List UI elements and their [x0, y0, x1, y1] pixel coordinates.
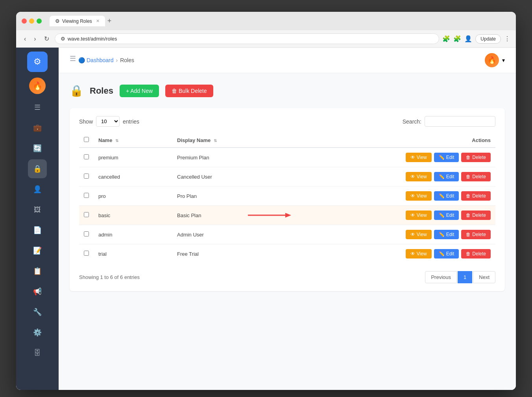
- sidebar-item-wrench[interactable]: 🔧: [28, 303, 47, 321]
- update-button[interactable]: Update: [475, 34, 501, 44]
- edit-icon: ✏️: [439, 155, 445, 160]
- view-button-3[interactable]: 👁 View: [406, 211, 432, 220]
- view-button-5[interactable]: 👁 View: [406, 249, 432, 259]
- browser-titlebar: ⚙ Viewing Roles ✕ +: [16, 12, 516, 30]
- display-sort-icon[interactable]: ⇅: [214, 138, 217, 143]
- view-button-1[interactable]: 👁 View: [406, 172, 432, 181]
- row-actions-4: 👁 View ✏️ Edit 🗑 Delete: [295, 230, 491, 239]
- page-header: 🔒 Roles + Add New 🗑 Bulk Delete: [70, 84, 505, 97]
- row-actions-0: 👁 View ✏️ Edit 🗑 Delete: [295, 153, 491, 162]
- address-bar[interactable]: ⚙ wave.test/admin/roles: [55, 33, 440, 44]
- forward-button[interactable]: ›: [31, 34, 38, 44]
- row-checkbox-4[interactable]: [84, 231, 89, 236]
- edit-button-2[interactable]: ✏️ Edit: [434, 191, 459, 201]
- main-content: ☰ 🔵 Dashboard › Roles 🔥 ▾ 🔒: [59, 48, 516, 390]
- user-profile-icon[interactable]: 👤: [464, 35, 472, 42]
- delete-button-3[interactable]: 🗑 Delete: [461, 211, 491, 220]
- trash-icon: 🗑: [466, 193, 471, 199]
- sidebar-item-refresh[interactable]: 🔄: [28, 139, 47, 158]
- entries-label: entries: [123, 118, 139, 125]
- reload-button[interactable]: ↻: [42, 33, 52, 44]
- previous-button[interactable]: Previous: [425, 271, 457, 283]
- delete-button-1[interactable]: 🗑 Delete: [461, 172, 491, 181]
- sidebar-item-doc2[interactable]: 📝: [28, 241, 47, 260]
- close-traffic-light[interactable]: [22, 18, 27, 24]
- add-new-button[interactable]: + Add New: [120, 85, 159, 97]
- row-display-2: Pro Plan: [172, 186, 290, 206]
- table-card: Show 10 25 50 100 entries Search:: [70, 108, 505, 291]
- active-tab[interactable]: ⚙ Viewing Roles ✕: [50, 16, 105, 26]
- breadcrumb-dashboard[interactable]: 🔵 Dashboard: [78, 57, 114, 63]
- sidebar-item-settings[interactable]: ⚙️: [28, 323, 47, 342]
- sidebar-item-gallery[interactable]: 🖼: [28, 200, 47, 219]
- edit-button-4[interactable]: ✏️ Edit: [434, 230, 459, 239]
- row-checkbox-5[interactable]: [84, 251, 89, 256]
- app-layout: ⚙ 🔥 ☰ 💼 🔄 🔒 👤 🖼 📄 📝 📋 📢 🔧 ⚙️ 🗄 ☰: [16, 48, 516, 390]
- search-input[interactable]: [425, 116, 495, 127]
- sidebar-user-avatar[interactable]: 🔥: [29, 78, 46, 94]
- traffic-lights: [22, 18, 42, 24]
- edit-icon: ✏️: [439, 232, 445, 237]
- table-controls: Show 10 25 50 100 entries Search:: [79, 116, 495, 127]
- minimize-traffic-light[interactable]: [29, 18, 34, 24]
- svg-marker-1: [285, 213, 291, 218]
- row-checkbox-1[interactable]: [84, 174, 89, 179]
- sidebar-item-hamburger[interactable]: ☰: [28, 98, 47, 117]
- next-button[interactable]: Next: [473, 271, 495, 283]
- trash-icon: 🗑: [466, 212, 471, 218]
- sidebar-item-clipboard[interactable]: 📋: [28, 262, 47, 281]
- edit-button-5[interactable]: ✏️ Edit: [434, 249, 459, 259]
- breadcrumb-separator: ›: [116, 57, 118, 63]
- table-row: admin Admin User 👁 View ✏️ Edit 🗑 Delete: [79, 225, 495, 244]
- breadcrumb: ☰ 🔵 Dashboard › Roles: [70, 54, 134, 66]
- row-checkbox-2[interactable]: [84, 193, 89, 198]
- sidebar-item-briefcase[interactable]: 💼: [28, 118, 47, 137]
- sidebar-item-megaphone[interactable]: 📢: [28, 282, 47, 301]
- row-checkbox-3[interactable]: [84, 212, 89, 217]
- sidebar-logo[interactable]: ⚙: [27, 52, 48, 72]
- eye-icon: 👁: [410, 174, 415, 179]
- page-1-button[interactable]: 1: [458, 271, 472, 283]
- display-name-column-header: Display Name ⇅: [172, 133, 290, 148]
- extension-icon-2[interactable]: 🧩: [453, 35, 461, 42]
- tab-close-icon[interactable]: ✕: [96, 18, 100, 24]
- view-button-0[interactable]: 👁 View: [406, 153, 432, 162]
- sidebar-item-doc1[interactable]: 📄: [28, 221, 47, 240]
- row-name-5: trial: [94, 244, 172, 264]
- name-sort-icon[interactable]: ⇅: [115, 138, 118, 143]
- roles-table: Name ⇅ Display Name ⇅ Actions: [79, 133, 495, 263]
- address-bar-icon: ⚙: [61, 36, 65, 42]
- view-button-4[interactable]: 👁 View: [406, 230, 432, 239]
- row-actions-2: 👁 View ✏️ Edit 🗑 Delete: [295, 191, 491, 201]
- delete-button-2[interactable]: 🗑 Delete: [461, 191, 491, 201]
- show-label: Show: [79, 118, 93, 125]
- row-actions-1: 👁 View ✏️ Edit 🗑 Delete: [295, 172, 491, 181]
- select-all-checkbox[interactable]: [84, 137, 89, 142]
- sidebar-toggle-icon[interactable]: ☰: [70, 54, 76, 63]
- red-arrow-indicator: [248, 211, 291, 219]
- row-checkbox-0[interactable]: [84, 154, 89, 159]
- view-button-2[interactable]: 👁 View: [406, 191, 432, 201]
- breadcrumb-current: Roles: [120, 57, 134, 63]
- sidebar-item-user[interactable]: 👤: [28, 180, 47, 199]
- delete-button-5[interactable]: 🗑 Delete: [461, 249, 491, 259]
- maximize-traffic-light[interactable]: [37, 18, 42, 24]
- sidebar-item-lock[interactable]: 🔒: [28, 159, 47, 178]
- sidebar-item-database[interactable]: 🗄: [28, 343, 47, 362]
- new-tab-button[interactable]: +: [107, 17, 112, 25]
- top-bar-user-avatar[interactable]: 🔥: [485, 53, 499, 67]
- bulk-delete-button[interactable]: 🗑 Bulk Delete: [165, 85, 213, 97]
- search-label: Search:: [403, 118, 421, 125]
- entries-select[interactable]: 10 25 50 100: [96, 116, 120, 127]
- edit-button-0[interactable]: ✏️ Edit: [434, 153, 459, 162]
- delete-button-4[interactable]: 🗑 Delete: [461, 230, 491, 239]
- eye-icon: 👁: [410, 251, 415, 257]
- row-display-1: Cancelled User: [172, 167, 290, 186]
- back-button[interactable]: ‹: [22, 34, 28, 44]
- edit-button-3[interactable]: ✏️ Edit: [434, 211, 459, 220]
- menu-icon[interactable]: ⋮: [504, 35, 510, 42]
- edit-button-1[interactable]: ✏️ Edit: [434, 172, 459, 181]
- extension-icon-1[interactable]: 🧩: [442, 35, 450, 42]
- top-bar-chevron-icon[interactable]: ▾: [502, 57, 505, 63]
- delete-button-0[interactable]: 🗑 Delete: [461, 153, 491, 162]
